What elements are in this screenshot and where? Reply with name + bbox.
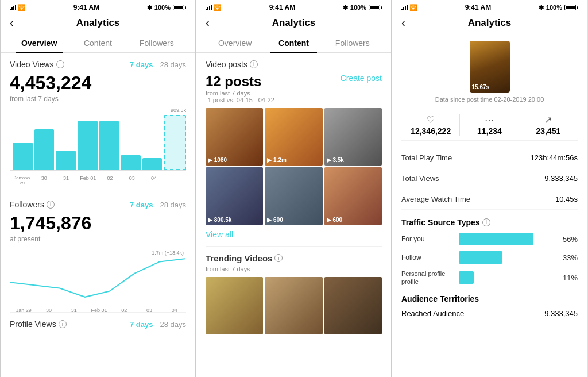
status-time-2: 9:41 AM [269, 3, 296, 11]
comments-icon: ⋯ [460, 114, 519, 125]
audience-reached-row: Reached Audience 9,333,345 [401, 307, 578, 320]
reached-label: Reached Audience [401, 309, 464, 318]
bar-8-dashed [164, 115, 186, 170]
metric-play-time: Total Play Time 123h:44m:56s [401, 148, 578, 168]
traffic-bar-fo [459, 251, 502, 264]
trending-thumb-1[interactable] [206, 277, 263, 334]
post-thumb-4[interactable]: ▶ 800.5k [206, 167, 263, 225]
create-post-btn[interactable]: Create post [341, 74, 382, 83]
tab-content-2[interactable]: Content [264, 34, 323, 52]
followers-sublabel: at present [10, 235, 186, 243]
post-from: from last 7 days [206, 90, 274, 97]
status-left-2: 🛜 [206, 4, 222, 11]
info-icon-ts[interactable]: i [482, 218, 490, 226]
status-bar-2: 🛜 9:41 AM ✱ 100% [196, 0, 391, 14]
back-button-1[interactable]: ‹ [10, 16, 14, 29]
video-thumb-wrap: 15.67s [401, 41, 578, 96]
tabs-2: Overview Content Followers [196, 34, 391, 53]
content-2: Video posts i 12 posts from last 7 days … [196, 53, 391, 377]
line-chart-svg [10, 248, 186, 305]
phones-container: 🛜 9:41 AM ✱ 100% ‹ Analytics Overview Co… [0, 0, 588, 377]
post-thumb-1[interactable]: ▶ 1080 [206, 108, 263, 166]
post-thumb-5[interactable]: ▶ 600 [265, 167, 322, 225]
header-3: ‹ Analytics [392, 14, 587, 34]
battery-pct-1: 100% [154, 4, 171, 11]
signal-bars-1 [10, 5, 16, 10]
trending-thumb-2[interactable] [265, 277, 322, 334]
metric-avg-watch: Average Watch Time 10.45s [401, 189, 578, 210]
line-chart-fl: 1.7m (+13.4k) Jan 29 30 31 Feb 01 02 03 … [10, 248, 186, 305]
traffic-title: Traffic Source Types i [401, 218, 578, 227]
time-filters-pv: 7 days 28 days [130, 320, 186, 329]
shares-value: 23,451 [519, 126, 578, 136]
likes-icon: ♡ [401, 114, 460, 125]
status-right-3: ✱ 100% [539, 4, 578, 11]
content-3: 15.67s Data since post time 02-20-2019 2… [392, 34, 587, 359]
signal-bars-2 [206, 5, 212, 10]
audience-title: Audience Territories [401, 294, 578, 303]
stat-comments: ⋯ 11,234 [460, 114, 519, 136]
video-thumbnail[interactable]: 15.67s [470, 41, 510, 93]
battery-icon-2 [369, 5, 382, 10]
followers-header: Followers i 7 days 28 days [10, 200, 186, 209]
traffic-pct-fo: 33% [563, 253, 578, 262]
profile-views-label: Profile Views i [10, 320, 67, 329]
info-icon-fl[interactable]: i [47, 201, 55, 209]
bluetooth-icon-3: ✱ [539, 4, 544, 11]
status-left-1: 🛜 [10, 4, 26, 11]
tab-overview-2[interactable]: Overview [206, 34, 264, 52]
divider-3 [206, 246, 382, 247]
filter-7d-vv[interactable]: 7 days [130, 60, 153, 69]
status-time-1: 9:41 AM [74, 3, 100, 11]
filter-28d-pv[interactable]: 28 days [160, 320, 186, 329]
status-left-3: 🛜 [401, 4, 417, 11]
post-views-3: ▶ 3.5k [327, 157, 344, 163]
post-thumb-3[interactable]: ▶ 3.5k [324, 108, 382, 166]
tab-followers-1[interactable]: Followers [127, 34, 186, 52]
metric-total-views: Total Views 9,333,345 [401, 168, 578, 189]
phone-1: 🛜 9:41 AM ✱ 100% ‹ Analytics Overview Co… [0, 0, 196, 377]
info-icon-tv[interactable]: i [274, 254, 283, 262]
chart-labels-fl: Jan 29 30 31 Feb 01 02 03 04 [10, 307, 186, 313]
content-1: Video Views i 7 days 28 days 4,453,224 f… [1, 53, 195, 377]
status-bar-3: 🛜 9:41 AM ✱ 100% [392, 0, 587, 14]
view-all-btn[interactable]: View all [206, 230, 382, 239]
trending-grid [206, 277, 382, 334]
back-button-2[interactable]: ‹ [206, 16, 210, 29]
line-annotation: 1.7m (+13.4k) [152, 250, 184, 256]
post-grid: ▶ 1080 ▶ 1.2m ▶ 3.5k ▶ 800.5k ▶ 600 ▶ 60… [206, 108, 382, 225]
stat-shares: ↗ 23,451 [519, 114, 578, 136]
battery-icon-1 [173, 5, 186, 10]
traffic-label-pp: Personal profileprofile [401, 270, 459, 286]
post-views-4: ▶ 800.5k [208, 217, 231, 223]
post-thumb-6[interactable]: ▶ 600 [324, 167, 382, 225]
followers-label: Followers i [10, 200, 55, 209]
trending-thumb-3[interactable] [324, 277, 382, 334]
trending-from: from last 7 days [206, 266, 382, 272]
tab-followers-2[interactable]: Followers [323, 34, 382, 52]
traffic-bar-fo-wrap [459, 251, 558, 264]
wifi-icon-3: 🛜 [409, 4, 417, 11]
info-icon-vv[interactable]: i [56, 60, 64, 68]
tab-overview-1[interactable]: Overview [10, 34, 68, 52]
info-icon-vp[interactable]: i [250, 60, 258, 68]
page-title-1: Analytics [76, 17, 120, 29]
post-views-6: ▶ 600 [327, 217, 342, 223]
info-icon-pv[interactable]: i [59, 320, 67, 328]
filter-7d-pv[interactable]: 7 days [130, 320, 153, 329]
chart-max: 909.3k [171, 107, 186, 113]
tab-content-1[interactable]: Content [68, 34, 127, 52]
status-right-1: ✱ 100% [147, 4, 186, 11]
traffic-label-fo: Follow [401, 253, 459, 261]
filter-28d-fl[interactable]: 28 days [160, 201, 186, 209]
traffic-bar-fy [459, 233, 533, 245]
post-thumb-2[interactable]: ▶ 1.2m [265, 108, 322, 166]
stats-row: ♡ 12,346,222 ⋯ 11,234 ↗ 23,451 [401, 110, 578, 141]
back-button-3[interactable]: ‹ [401, 16, 405, 29]
divider-1 [10, 193, 186, 193]
filter-7d-fl[interactable]: 7 days [130, 201, 153, 209]
filter-28d-vv[interactable]: 28 days [160, 60, 186, 69]
battery-pct-3: 100% [546, 4, 562, 11]
likes-value: 12,346,222 [401, 126, 460, 136]
bluetooth-icon-2: ✱ [343, 4, 348, 11]
